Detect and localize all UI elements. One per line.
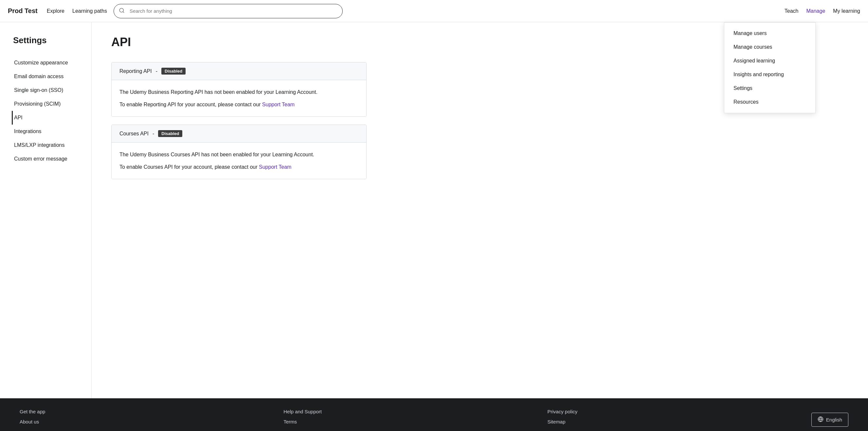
footer-col-2: Help and Support Terms [283, 409, 547, 425]
language-button[interactable]: English [811, 413, 848, 427]
courses-api-status: Disabled [158, 130, 182, 137]
search-input[interactable] [114, 4, 343, 18]
footer-sitemap[interactable]: Sitemap [548, 419, 811, 425]
sidebar-nav: Customize appearance Email domain access… [13, 56, 84, 166]
courses-api-card: Courses API - Disabled The Udemy Busines… [111, 125, 367, 179]
sidebar-item-custom-error[interactable]: Custom error message [12, 152, 84, 166]
footer: Get the app About us Help and Support Te… [0, 398, 868, 431]
courses-api-description: The Udemy Business Courses API has not b… [120, 151, 359, 159]
header-right: Teach Manage My learning [784, 8, 860, 14]
nav-item-explore[interactable]: Explore [47, 8, 64, 14]
footer-terms[interactable]: Terms [283, 419, 547, 425]
sidebar-item-sso[interactable]: Single sign-on (SSO) [12, 84, 84, 97]
dropdown-item-manage-users[interactable]: Manage users [724, 27, 815, 40]
reporting-api-description: The Udemy Business Reporting API has not… [120, 88, 359, 96]
dropdown-item-assigned-learning[interactable]: Assigned learning [724, 54, 815, 68]
nav-teach[interactable]: Teach [784, 8, 799, 14]
courses-api-support-link[interactable]: Support Team [259, 164, 291, 170]
search-bar [114, 4, 343, 18]
reporting-api-body: The Udemy Business Reporting API has not… [112, 80, 366, 117]
reporting-api-status: Disabled [161, 68, 186, 74]
nav-my-learning[interactable]: My learning [833, 8, 860, 14]
courses-api-body: The Udemy Business Courses API has not b… [112, 142, 366, 179]
reporting-api-header: Reporting API - Disabled [112, 62, 366, 80]
footer-col-1: Get the app About us [20, 409, 283, 425]
footer-about-us[interactable]: About us [20, 419, 283, 425]
sidebar-item-scim[interactable]: Provisioning (SCIM) [12, 97, 84, 111]
reporting-api-card: Reporting API - Disabled The Udemy Busin… [111, 62, 367, 117]
reporting-api-label: Reporting API [120, 68, 152, 74]
header-nav: Explore Learning paths [47, 8, 107, 14]
dropdown-item-settings[interactable]: Settings [724, 81, 815, 95]
logo[interactable]: Prod Test [8, 7, 38, 15]
reporting-api-separator: - [156, 68, 157, 74]
sidebar-item-integrations[interactable]: Integrations [12, 125, 84, 138]
footer-privacy[interactable]: Privacy policy [548, 409, 811, 414]
dropdown-item-resources[interactable]: Resources [724, 95, 815, 109]
courses-api-header: Courses API - Disabled [112, 125, 366, 142]
sidebar-item-email[interactable]: Email domain access [12, 70, 84, 84]
footer-get-app[interactable]: Get the app [20, 409, 283, 414]
footer-col-lang: English [811, 409, 848, 427]
language-label: English [826, 417, 842, 423]
reporting-api-support-link[interactable]: Support Team [262, 102, 294, 107]
sidebar: Settings Customize appearance Email doma… [0, 22, 92, 398]
sidebar-item-customize[interactable]: Customize appearance [12, 56, 84, 70]
nav-manage[interactable]: Manage [806, 8, 825, 14]
courses-api-separator: - [153, 131, 154, 137]
footer-col-3: Privacy policy Sitemap [548, 409, 811, 425]
courses-api-contact: To enable Courses API for your account, … [120, 163, 359, 171]
sidebar-item-lms[interactable]: LMS/LXP integrations [12, 138, 84, 152]
dropdown-item-insights[interactable]: Insights and reporting [724, 68, 815, 81]
courses-api-label: Courses API [120, 131, 149, 137]
dropdown-item-manage-courses[interactable]: Manage courses [724, 40, 815, 54]
globe-icon [817, 416, 824, 423]
manage-dropdown: Manage users Manage courses Assigned lea… [724, 22, 816, 113]
reporting-api-contact: To enable Reporting API for your account… [120, 100, 359, 109]
nav-item-learning-paths[interactable]: Learning paths [72, 8, 107, 14]
sidebar-item-api[interactable]: API [12, 111, 84, 125]
footer-help[interactable]: Help and Support [283, 409, 547, 414]
header: Prod Test Explore Learning paths Teach M… [0, 0, 868, 22]
sidebar-title: Settings [13, 35, 84, 45]
